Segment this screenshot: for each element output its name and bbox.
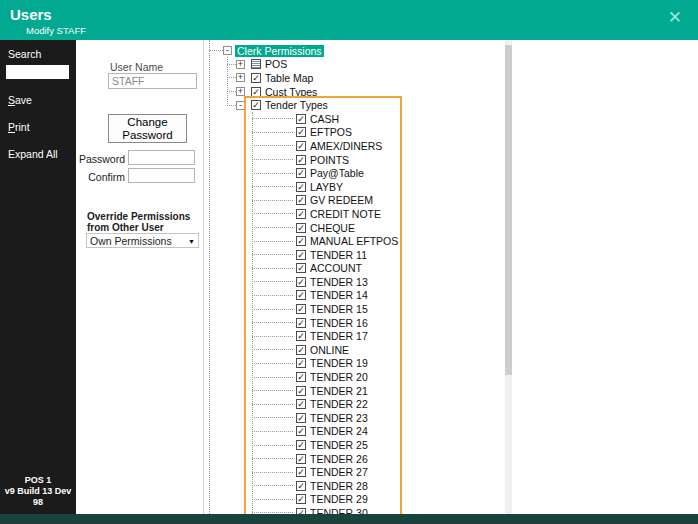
tree-connector	[252, 145, 293, 146]
checkbox-checked-icon[interactable]	[296, 494, 306, 504]
password-field[interactable]	[128, 150, 195, 165]
tree-item-label: TENDER 29	[308, 493, 370, 505]
tree-item[interactable]: TENDER 21	[204, 384, 512, 398]
tree-item[interactable]: TENDER 30	[204, 506, 512, 514]
checkbox-checked-icon[interactable]	[296, 399, 306, 409]
tree-item[interactable]: TENDER 15	[204, 302, 512, 316]
search-input[interactable]	[6, 65, 69, 79]
tree-item[interactable]: +POS	[204, 58, 512, 72]
checkbox-checked-icon[interactable]	[296, 440, 306, 450]
tree-item[interactable]: TENDER 26	[204, 452, 512, 466]
tree-item[interactable]: TENDER 13	[204, 275, 512, 289]
checkbox-checked-icon[interactable]	[296, 250, 306, 260]
checkbox-checked-icon[interactable]	[296, 331, 306, 341]
checkbox-checked-icon[interactable]	[296, 277, 306, 287]
tree-item[interactable]: Pay@Table	[204, 166, 512, 180]
tree-item[interactable]: MANUAL EFTPOS	[204, 234, 512, 248]
checkbox-checked-icon[interactable]	[296, 508, 306, 514]
checkbox-checked-icon[interactable]	[251, 87, 261, 97]
checkbox-checked-icon[interactable]	[296, 182, 306, 192]
tree-item[interactable]: AMEX/DINERS	[204, 139, 512, 153]
tree-item[interactable]: TENDER 19	[204, 357, 512, 371]
checkbox-checked-icon[interactable]	[296, 318, 306, 328]
tree-scrollbar-thumb[interactable]	[505, 45, 512, 375]
tree-item[interactable]: TENDER 22	[204, 397, 512, 411]
tree-connector	[227, 105, 236, 106]
checkbox-checked-icon[interactable]	[296, 426, 306, 436]
confirm-field[interactable]	[128, 168, 195, 183]
tree-item-label: ONLINE	[308, 344, 351, 356]
checkbox-checked-icon[interactable]	[296, 481, 306, 491]
checkbox-checked-icon[interactable]	[296, 263, 306, 273]
collapse-icon[interactable]: -	[223, 46, 232, 55]
tree-item[interactable]: POINTS	[204, 153, 512, 167]
checkbox-checked-icon[interactable]	[296, 386, 306, 396]
checkbox-checked-icon[interactable]	[296, 195, 306, 205]
change-password-button[interactable]: Change Password	[108, 114, 187, 143]
tree-connector	[252, 295, 293, 296]
checkbox-checked-icon[interactable]	[296, 155, 306, 165]
tree-item[interactable]: TENDER 23	[204, 411, 512, 425]
tree-item[interactable]: ACCOUNT	[204, 262, 512, 276]
expand-icon[interactable]: +	[236, 60, 245, 69]
sidebar-item-expand-all[interactable]: Expand All	[0, 133, 76, 160]
tree-item[interactable]: GV REDEEM	[204, 194, 512, 208]
users-window: Users Modify STAFF ✕ Search Save Print E…	[0, 0, 698, 524]
tree-item-label: TENDER 11	[308, 249, 369, 261]
tree-item[interactable]: TENDER 16	[204, 316, 512, 330]
checkbox-checked-icon[interactable]	[296, 209, 306, 219]
tree-item-label: Clerk Permissions	[235, 45, 324, 57]
tree-item[interactable]: +Table Map	[204, 71, 512, 85]
expand-icon[interactable]: +	[236, 87, 245, 96]
tree-item[interactable]: LAYBY	[204, 180, 512, 194]
tree-item[interactable]: -Tender Types	[204, 98, 512, 112]
override-permissions-select[interactable]: Own Permissions ▼	[86, 233, 199, 248]
checkbox-checked-icon[interactable]	[296, 223, 306, 233]
tree-connector	[252, 485, 293, 486]
checkbox-checked-icon[interactable]	[296, 141, 306, 151]
tree-item[interactable]: CHEQUE	[204, 221, 512, 235]
tree-item[interactable]: TENDER 11	[204, 248, 512, 262]
tree-item-clerk-permissions[interactable]: -Clerk Permissions	[204, 44, 512, 58]
checkbox-checked-icon[interactable]	[296, 413, 306, 423]
tree-item[interactable]: TENDER 29	[204, 493, 512, 507]
checkbox-checked-icon[interactable]	[296, 372, 306, 382]
tree-item-label: TENDER 24	[308, 425, 370, 437]
checkbox-checked-icon[interactable]	[296, 304, 306, 314]
checkbox-checked-icon[interactable]	[296, 467, 306, 477]
checkbox-checked-icon[interactable]	[296, 454, 306, 464]
tree-item[interactable]: TENDER 14	[204, 289, 512, 303]
close-icon[interactable]: ✕	[668, 7, 682, 28]
checkbox-checked-icon[interactable]	[296, 168, 306, 178]
sidebar-item-save[interactable]: Save	[0, 79, 76, 106]
collapse-icon[interactable]: -	[236, 101, 245, 110]
checkbox-checked-icon[interactable]	[296, 114, 306, 124]
tree-item[interactable]: TENDER 17	[204, 329, 512, 343]
tree-item[interactable]: CASH	[204, 112, 512, 126]
tree-item[interactable]: TENDER 27	[204, 465, 512, 479]
override-permissions-label: Override Permissions from Other User	[87, 211, 202, 233]
checkbox-checked-icon[interactable]	[251, 73, 261, 83]
checkbox-checked-icon[interactable]	[296, 290, 306, 300]
expand-icon[interactable]: +	[236, 73, 245, 82]
tree-item[interactable]: TENDER 28	[204, 479, 512, 493]
checkbox-checked-icon[interactable]	[296, 358, 306, 368]
checkbox-checked-icon[interactable]	[251, 100, 261, 110]
tree-item-label: TENDER 25	[308, 439, 370, 451]
tree-item[interactable]: TENDER 24	[204, 425, 512, 439]
sidebar-item-print[interactable]: Print	[0, 106, 76, 133]
user-name-field[interactable]	[108, 73, 197, 89]
tree-item[interactable]: +Cust Types	[204, 85, 512, 99]
search-label: Search	[0, 40, 76, 60]
pos-grid-icon[interactable]	[251, 59, 261, 69]
tree-item[interactable]: TENDER 25	[204, 438, 512, 452]
checkbox-checked-icon[interactable]	[296, 236, 306, 246]
checkbox-checked-icon[interactable]	[296, 127, 306, 137]
tree-item[interactable]: ONLINE	[204, 343, 512, 357]
tree-scrollbar[interactable]	[505, 40, 512, 514]
password-label: Password	[76, 153, 125, 165]
checkbox-checked-icon[interactable]	[296, 345, 306, 355]
tree-item[interactable]: CREDIT NOTE	[204, 207, 512, 221]
tree-item[interactable]: EFTPOS	[204, 126, 512, 140]
tree-item[interactable]: TENDER 20	[204, 370, 512, 384]
